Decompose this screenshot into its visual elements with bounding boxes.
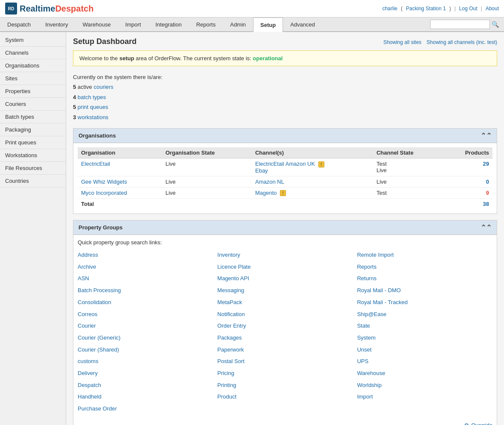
prop-link-ups[interactable]: UPS	[357, 356, 492, 367]
prop-link-pricing[interactable]: Pricing	[217, 368, 353, 379]
prop-link-delivery[interactable]: Delivery	[78, 368, 213, 379]
org-name-myco: Myco Incorporated	[78, 187, 162, 199]
sidebar-item-system[interactable]: System	[0, 34, 66, 47]
prop-link-handheld[interactable]: Handheld	[78, 392, 213, 402]
header: RD RealtimeDespatch charlie (Packing Sta…	[0, 0, 504, 18]
prop-link-correos[interactable]: Correos	[78, 309, 213, 320]
col-channels: Channel(s)	[252, 147, 373, 158]
organisations-table: Organisation Organisation State Channel(…	[78, 147, 492, 209]
welcome-bold: setup	[119, 55, 134, 62]
tab-import[interactable]: Import	[118, 18, 148, 31]
tab-admin[interactable]: Admin	[223, 18, 253, 31]
prop-link-remote-import[interactable]: Remote Import	[357, 250, 492, 261]
tab-integration[interactable]: Integration	[148, 18, 189, 31]
about-link[interactable]: About	[486, 6, 499, 12]
channel-states-electricetail: Test Live	[373, 158, 443, 176]
override-button[interactable]: ⚙ Override	[464, 422, 492, 425]
prop-link-customs[interactable]: customs	[78, 356, 213, 367]
prop-link-packages[interactable]: Packages	[217, 333, 353, 343]
print-queues-link[interactable]: print queues	[78, 104, 108, 110]
tab-warehouse[interactable]: Warehouse	[75, 18, 118, 31]
prop-link-system[interactable]: System	[357, 333, 492, 343]
sidebar-item-sites[interactable]: Sites	[0, 72, 66, 85]
search-input[interactable]	[430, 20, 490, 29]
tab-setup[interactable]: Setup	[253, 18, 283, 32]
prop-link-magento-api[interactable]: Magento API	[217, 273, 353, 284]
prop-link-product[interactable]: Product	[217, 392, 353, 402]
prop-link-courier-shared[interactable]: Courier (Shared)	[78, 345, 213, 355]
tab-despatch[interactable]: Despatch	[0, 18, 38, 31]
sidebar-item-organisations[interactable]: Organisations	[0, 59, 66, 72]
prop-link-despatch[interactable]: Despatch	[78, 380, 213, 391]
sidebar-item-workstations[interactable]: Workstations	[0, 149, 66, 162]
prop-link-returns[interactable]: Returns	[357, 273, 492, 284]
org-link-myco[interactable]: Myco Incorporated	[81, 190, 127, 196]
org-link-electricetail[interactable]: ElectricEtail	[81, 161, 110, 167]
station-link[interactable]: Packing Station 1	[406, 6, 446, 12]
channel-states-myco: Test	[373, 187, 443, 199]
sidebar-item-print-queues[interactable]: Print queues	[0, 136, 66, 149]
prop-link-shipease[interactable]: Ship@Ease	[357, 309, 492, 320]
channel-link-amazon-nl[interactable]: Amazon NL	[255, 179, 284, 185]
prop-link-purchase-order[interactable]: Purchase Order	[78, 404, 213, 414]
show-all-channels-link[interactable]: Showing all channels (inc. test)	[427, 39, 497, 45]
stats-print-queues: 5 print queues	[73, 102, 497, 112]
logout-link[interactable]: Log Out	[459, 6, 478, 12]
prop-link-printing[interactable]: Printing	[217, 380, 353, 391]
prop-link-reports[interactable]: Reports	[357, 262, 492, 273]
nav: Despatch Inventory Warehouse Import Inte…	[0, 18, 504, 32]
workstations-link[interactable]: workstations	[78, 114, 108, 120]
org-link-geewhiz[interactable]: Gee Whiz Widgets	[81, 179, 127, 185]
prop-link-unset[interactable]: Unset	[357, 345, 492, 355]
couriers-link[interactable]: couriers	[93, 84, 113, 90]
prop-link-order-entry[interactable]: Order Entry	[217, 321, 353, 331]
search-button[interactable]: 🔍	[490, 20, 501, 29]
organisations-collapse[interactable]: ⌃⌃	[481, 132, 492, 140]
prop-link-state[interactable]: State	[357, 321, 492, 331]
prop-link-notification[interactable]: Notification	[217, 309, 353, 320]
logo: RD RealtimeDespatch	[5, 3, 93, 15]
tab-reports[interactable]: Reports	[189, 18, 223, 31]
prop-link-metapack[interactable]: MetaPack	[217, 297, 353, 308]
prop-link-paperwork[interactable]: Paperwork	[217, 345, 353, 355]
sidebar-item-countries[interactable]: Countries	[0, 175, 66, 188]
prop-link-inventory[interactable]: Inventory	[217, 250, 353, 261]
prop-link-batch-processing[interactable]: Batch Processing	[78, 285, 213, 296]
batch-types-link[interactable]: batch types	[78, 94, 106, 100]
property-groups-header: Property Groups ⌃⌃	[73, 220, 497, 235]
prop-link-archive[interactable]: Archive	[78, 262, 213, 273]
property-groups-grid: Address Inventory Remote Import Archive …	[78, 250, 492, 414]
sidebar-item-properties[interactable]: Properties	[0, 85, 66, 98]
prop-link-worldship[interactable]: Worldship	[357, 380, 492, 391]
sidebar-item-packaging[interactable]: Packaging	[0, 123, 66, 136]
sidebar-item-channels[interactable]: Channels	[0, 47, 66, 59]
channel-link-magento[interactable]: Magento	[255, 190, 277, 196]
prop-link-royal-mail-tracked[interactable]: Royal Mail - Tracked	[357, 297, 492, 308]
logo-icon: RD	[5, 3, 17, 15]
prop-link-import[interactable]: Import	[357, 392, 492, 402]
show-all-sites-link[interactable]: Showing all sites	[383, 39, 421, 45]
sidebar-item-couriers[interactable]: Couriers	[0, 98, 66, 111]
sidebar-item-file-resources[interactable]: File Resources	[0, 162, 66, 175]
channel-link-ebay[interactable]: Ebay	[255, 167, 268, 174]
prop-link-consolidation[interactable]: Consolidation	[78, 297, 213, 308]
property-groups-collapse[interactable]: ⌃⌃	[481, 223, 492, 232]
channel-link-amazon-uk[interactable]: ElectricEtail Amazon UK	[255, 161, 315, 167]
table-row: Gee Whiz Widgets Live Amazon NL Live 0	[78, 176, 492, 187]
prop-link-address[interactable]: Address	[78, 250, 213, 261]
prop-link-postal-sort[interactable]: Postal Sort	[217, 356, 353, 367]
user-link[interactable]: charlie	[382, 6, 397, 12]
prop-link-licence-plate[interactable]: Licence Plate	[217, 262, 353, 273]
prop-link-courier[interactable]: Courier	[78, 321, 213, 331]
tab-advanced[interactable]: Advanced	[283, 18, 322, 31]
prop-link-courier-generic[interactable]: Courier (Generic)	[78, 333, 213, 343]
tab-inventory[interactable]: Inventory	[38, 18, 75, 31]
prop-link-asn[interactable]: ASN	[78, 273, 213, 284]
page-title: Setup Dashboard	[73, 37, 137, 46]
prop-link-messaging[interactable]: Messaging	[217, 285, 353, 296]
total-products: 38	[443, 199, 492, 210]
sidebar-item-batch-types[interactable]: Batch types	[0, 111, 66, 123]
logo-realtime: Realtime	[20, 4, 55, 13]
prop-link-royal-mail-dmo[interactable]: Royal Mail - DMO	[357, 285, 492, 296]
prop-link-warehouse[interactable]: Warehouse	[357, 368, 492, 379]
